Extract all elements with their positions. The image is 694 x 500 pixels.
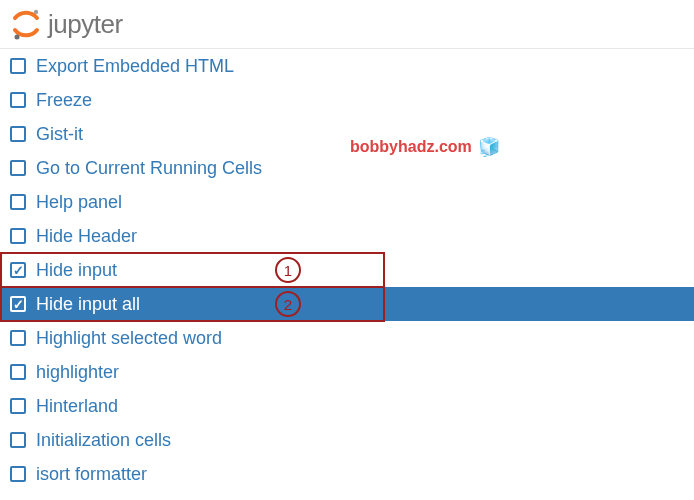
extension-label: Help panel [36, 192, 122, 213]
extension-label: highlighter [36, 362, 119, 383]
extension-label: Hide Header [36, 226, 137, 247]
extension-item[interactable]: Hide input1 [0, 253, 694, 287]
jupyter-logo[interactable]: jupyter [10, 8, 684, 40]
checkbox-icon[interactable] [10, 126, 26, 142]
extension-item[interactable]: Help panel [0, 185, 694, 219]
checkbox-icon[interactable] [10, 466, 26, 482]
extension-label: isort formatter [36, 464, 147, 485]
checkbox-icon[interactable] [10, 58, 26, 74]
checkbox-icon[interactable] [10, 92, 26, 108]
extension-item[interactable]: Gist-it [0, 117, 694, 151]
extension-item[interactable]: Export Embedded HTML [0, 49, 694, 83]
extension-item[interactable]: Hide input all2 [0, 287, 694, 321]
extension-list: Export Embedded HTMLFreezeGist-itGo to C… [0, 49, 694, 491]
extension-label: Hide input [36, 260, 117, 281]
checkbox-icon[interactable] [10, 262, 26, 278]
checkbox-icon[interactable] [10, 296, 26, 312]
extension-label: Hinterland [36, 396, 118, 417]
checkbox-icon[interactable] [10, 330, 26, 346]
jupyter-icon [10, 8, 42, 40]
checkbox-icon[interactable] [10, 398, 26, 414]
extension-item[interactable]: Freeze [0, 83, 694, 117]
extension-label: Freeze [36, 90, 92, 111]
extension-label: Export Embedded HTML [36, 56, 234, 77]
extension-item[interactable]: Hide Header [0, 219, 694, 253]
extension-label: Hide input all [36, 294, 140, 315]
extension-item[interactable]: isort formatter [0, 457, 694, 491]
checkbox-icon[interactable] [10, 364, 26, 380]
svg-point-1 [15, 35, 20, 40]
extension-item[interactable]: Highlight selected word [0, 321, 694, 355]
extension-item[interactable]: Initialization cells [0, 423, 694, 457]
header: jupyter [0, 0, 694, 49]
annotation-number: 2 [275, 291, 301, 317]
checkbox-icon[interactable] [10, 432, 26, 448]
extension-label: Highlight selected word [36, 328, 222, 349]
extension-item[interactable]: Hinterland [0, 389, 694, 423]
checkbox-icon[interactable] [10, 194, 26, 210]
annotation-number: 1 [275, 257, 301, 283]
extension-label: Gist-it [36, 124, 83, 145]
extension-label: Initialization cells [36, 430, 171, 451]
extension-item[interactable]: highlighter [0, 355, 694, 389]
checkbox-icon[interactable] [10, 228, 26, 244]
checkbox-icon[interactable] [10, 160, 26, 176]
extension-item[interactable]: Go to Current Running Cells [0, 151, 694, 185]
jupyter-logo-text: jupyter [48, 9, 123, 40]
extension-label: Go to Current Running Cells [36, 158, 262, 179]
